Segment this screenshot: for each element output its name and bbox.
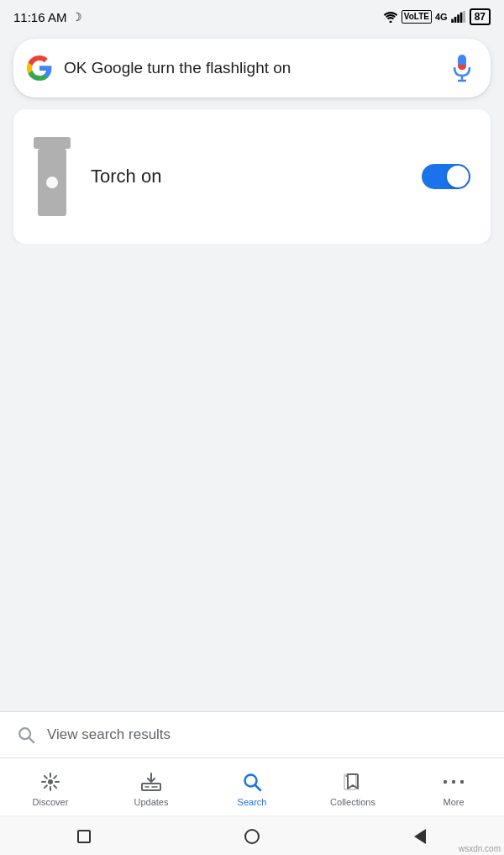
svg-line-15 [45,776,47,778]
nav-label-discover: Discover [33,797,69,807]
signal-icon [451,11,466,23]
back-button[interactable] [410,826,430,847]
torch-top [34,137,71,149]
discover-icon [40,770,60,794]
main-content: OK Google turn the flashlight on [0,30,504,855]
svg-rect-2 [454,17,456,23]
torch-card: Torch on [13,109,491,244]
svg-point-19 [48,779,53,784]
svg-rect-5 [463,11,465,23]
mic-button[interactable] [447,53,477,83]
toggle-thumb [447,166,469,187]
more-icon [444,770,464,794]
nav-label-search: Search [238,797,267,807]
updates-icon-svg [140,772,162,792]
collections-icon-svg [343,772,363,792]
nav-label-more: More [443,797,464,807]
search-query: OK Google turn the flashlight on [64,57,435,79]
view-search-text: View search results [47,726,171,743]
time-display: 11:16 AM [13,10,66,24]
search-bar[interactable]: OK Google turn the flashlight on [13,39,491,98]
svg-rect-1 [451,19,454,23]
collections-icon [343,770,363,794]
content-spacer [0,244,504,711]
network-icon: 4G [435,12,448,22]
nav-label-collections: Collections [330,797,375,807]
svg-point-26 [444,780,447,784]
nav-item-discover[interactable]: Discover [0,767,101,810]
torch-body [38,149,66,216]
battery-level: 87 [475,11,486,23]
nav-label-updates: Updates [134,797,169,807]
mic-icon [450,53,474,83]
status-bar: 11:16 AM ☽ VoLTE 4G 87 [0,0,504,30]
battery-icon: 87 [470,8,491,25]
nav-item-updates[interactable]: Updates [101,767,202,810]
home-button[interactable] [242,826,262,847]
svg-point-0 [389,21,391,24]
watermark: wsxdn.com [459,844,501,853]
svg-rect-4 [459,13,462,23]
svg-point-27 [452,780,455,784]
torch-card-container: Torch on [0,109,504,244]
torch-icon [34,137,71,216]
android-nav-bar [0,815,504,855]
svg-line-17 [54,776,56,778]
volte-icon: VoLTE [402,10,432,24]
svg-line-16 [54,785,56,788]
recent-apps-button[interactable] [74,826,94,847]
status-time: 11:16 AM ☽ [13,10,82,24]
svg-line-24 [255,785,260,790]
search-nav-icon-svg [242,772,262,792]
toggle-track[interactable] [422,164,470,189]
svg-line-18 [45,785,47,788]
star-burst-icon [40,772,60,792]
torch-toggle[interactable] [422,164,470,189]
bottom-navigation: Discover Updates [0,757,504,815]
search-small-icon [17,726,35,744]
search-bar-container: OK Google turn the flashlight on [0,30,504,109]
view-search-bar[interactable]: View search results [0,711,504,757]
wifi-icon [383,11,398,23]
back-icon [414,829,426,844]
nav-item-more[interactable]: More [403,767,504,810]
home-icon [244,829,260,844]
recent-apps-icon [77,830,91,843]
search-nav-icon [242,770,262,794]
torch-lens [46,177,58,188]
nav-item-search[interactable]: Search [202,767,302,810]
nav-item-collections[interactable]: Collections [302,767,403,810]
svg-point-28 [460,780,464,784]
moon-icon: ☽ [71,10,82,24]
svg-rect-3 [457,14,459,23]
svg-line-10 [29,738,34,743]
google-logo [27,55,52,81]
torch-label: Torch on [91,166,402,187]
updates-icon [140,770,162,794]
status-icons: VoLTE 4G 87 [383,8,491,25]
more-dots-icon [444,778,464,785]
